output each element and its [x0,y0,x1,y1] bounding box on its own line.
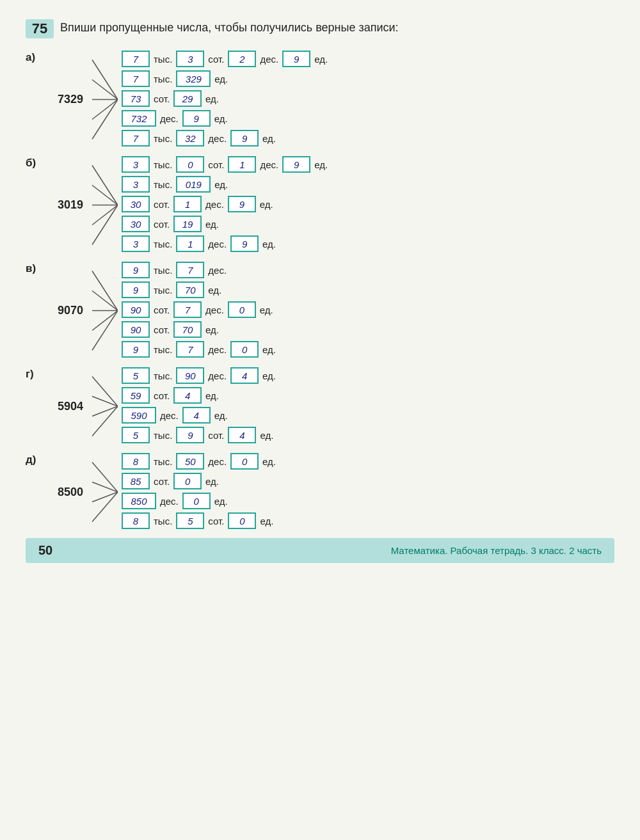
main-number: 5904 [46,400,83,413]
value-box[interactable]: 9 [230,235,259,252]
value-box[interactable]: 4 [173,387,202,404]
unit-label: ед. [214,496,228,507]
value-box[interactable]: 9 [282,156,310,173]
value-box[interactable]: 9 [228,196,256,212]
value-box[interactable]: 7 [122,51,150,67]
value-box[interactable]: 9 [182,110,211,127]
unit-label: сот. [208,430,224,441]
table-row: 30сот.19ед. [122,215,329,233]
section-letter: д) [26,452,44,466]
section-д: д)85008тыс.50дес.0ед.85сот.0ед.850дес.0е… [26,452,614,532]
value-box[interactable]: 590 [122,407,156,424]
value-box[interactable]: 85 [122,473,150,489]
value-box[interactable]: 3 [122,176,150,193]
unit-label: сот. [154,476,170,487]
value-box[interactable]: 19 [173,216,202,232]
value-box[interactable]: 329 [176,70,211,87]
task-header: 75 Впиши пропущенные числа, чтобы получи… [26,19,614,38]
unit-label: сот. [154,219,170,230]
value-box[interactable]: 0 [176,156,204,173]
value-box[interactable]: 850 [122,493,156,509]
value-box[interactable]: 9 [230,130,259,147]
value-box[interactable]: 3 [122,235,150,252]
table-row: 850дес.0ед. [122,492,277,510]
section-а: а)73297тыс.3сот.2дес.9ед.7тыс.329ед.73со… [26,50,614,149]
value-box[interactable]: 30 [122,216,150,232]
value-box[interactable]: 9 [176,427,204,443]
unit-label: ед. [208,285,221,296]
value-box[interactable]: 732 [122,110,156,127]
value-box[interactable]: 5 [122,427,150,443]
value-box[interactable]: 1 [228,156,256,173]
table-row: 7тыс.3сот.2дес.9ед. [122,50,329,68]
unit-label: дес. [160,113,179,124]
value-box[interactable]: 0 [228,512,256,529]
fan-lines [87,50,118,149]
value-box[interactable]: 70 [173,321,202,338]
svg-line-6 [92,186,118,205]
value-box[interactable]: 1 [176,235,204,252]
value-box[interactable]: 8 [122,512,150,529]
table-row: 59сот.4ед. [122,386,277,404]
value-box[interactable]: 8 [122,453,150,470]
unit-label: дес. [260,159,278,170]
rows-block: 3тыс.0сот.1дес.9ед.3тыс.019ед.30сот.1дес… [122,155,329,253]
left-part: 5904 [46,367,119,446]
value-box[interactable]: 59 [122,387,150,404]
value-box[interactable]: 9 [122,341,150,358]
value-box[interactable]: 7 [176,341,204,358]
value-box[interactable]: 29 [173,90,202,107]
value-box[interactable]: 7 [173,301,202,318]
value-box[interactable]: 1 [173,196,202,212]
value-box[interactable]: 90 [122,321,150,338]
value-box[interactable]: 70 [176,281,204,298]
value-box[interactable]: 019 [176,176,211,193]
value-box[interactable]: 4 [182,407,211,424]
unit-label: дес. [208,456,227,467]
value-box[interactable]: 90 [176,367,204,384]
unit-label: ед. [260,305,273,315]
svg-line-5 [92,166,118,205]
value-box[interactable]: 73 [122,90,150,107]
value-box[interactable]: 50 [176,453,204,470]
value-box[interactable]: 5 [122,367,150,384]
value-box[interactable]: 90 [122,301,150,318]
value-box[interactable]: 3 [122,156,150,173]
value-box[interactable]: 0 [173,473,202,489]
unit-label: тыс. [154,74,172,84]
value-box[interactable]: 0 [230,453,259,470]
section-letter: б) [26,155,44,170]
value-box[interactable]: 32 [176,130,204,147]
unit-label: ед. [214,113,228,124]
main-number: 8500 [46,486,83,499]
unit-label: тыс. [154,516,172,527]
value-box[interactable]: 0 [230,341,259,358]
value-box[interactable]: 0 [182,493,211,509]
unit-label: дес. [160,410,179,421]
value-box[interactable]: 2 [228,51,256,67]
unit-label: сот. [154,199,170,210]
unit-label: ед. [262,344,276,355]
svg-line-3 [92,100,118,120]
value-box[interactable]: 0 [228,301,256,318]
rows-block: 5тыс.90дес.4ед.59сот.4ед.590дес.4ед.5тыс… [122,367,277,444]
left-part: 7329 [46,50,119,149]
table-row: 3тыс.0сот.1дес.9ед. [122,155,329,173]
value-box[interactable]: 3 [176,51,204,67]
value-box[interactable]: 7 [122,130,150,147]
value-box[interactable]: 4 [228,427,256,443]
value-box[interactable]: 30 [122,196,150,212]
unit-label: сот. [208,54,224,65]
value-box[interactable]: 9 [282,51,310,67]
value-box[interactable]: 7 [122,70,150,87]
section-г: г)59045тыс.90дес.4ед.59сот.4ед.590дес.4е… [26,367,614,446]
value-box[interactable]: 9 [122,281,150,298]
unit-label: ед. [260,430,273,441]
svg-line-8 [92,205,118,225]
value-box[interactable]: 4 [230,367,259,384]
table-row: 30сот.1дес.9ед. [122,195,329,213]
value-box[interactable]: 9 [122,262,150,278]
value-box[interactable]: 7 [176,262,204,278]
unit-label: тыс. [154,370,172,381]
value-box[interactable]: 5 [176,512,204,529]
